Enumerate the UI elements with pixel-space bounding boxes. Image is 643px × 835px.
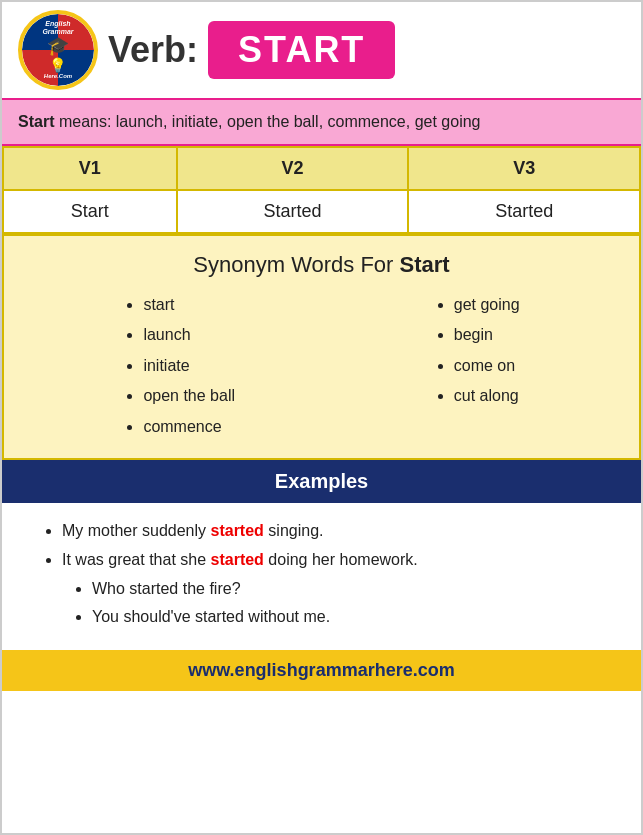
synonym-title-text: Synonym Words For	[193, 252, 399, 277]
synonym-item: launch	[143, 320, 235, 350]
synonym-section: Synonym Words For Start start launch ini…	[2, 234, 641, 460]
example-item-3: Who started the fire?	[92, 575, 621, 604]
verb-word-box: START	[208, 21, 395, 79]
form-v3: Started	[408, 190, 640, 233]
example-2-after: doing her homework.	[264, 551, 418, 568]
example-1-after: singing.	[264, 522, 324, 539]
example-2-before: It was great that she	[62, 551, 211, 568]
synonym-columns: start launch initiate open the ball comm…	[24, 290, 619, 442]
header-v3: V3	[408, 147, 640, 190]
synonym-item: commence	[143, 412, 235, 442]
logo-circle: EnglishGrammar 🎓 💡 Here.Com	[18, 10, 98, 90]
form-v1: Start	[3, 190, 177, 233]
example-4-before: You should've	[92, 608, 195, 625]
sub-examples-list: Who started the fire? You should've star…	[32, 575, 621, 633]
synonym-item: initiate	[143, 351, 235, 381]
example-item-2: It was great that she started doing her …	[62, 546, 621, 575]
example-item-4: You should've started without me.	[92, 603, 621, 632]
examples-section: My mother suddenly started singing. It w…	[2, 503, 641, 646]
example-4-highlight: started	[195, 608, 244, 625]
logo-inner: EnglishGrammar 🎓 💡 Here.Com	[22, 14, 94, 86]
logo-text: EnglishGrammar 🎓 💡 Here.Com	[42, 20, 73, 80]
synonym-item: open the ball	[143, 381, 235, 411]
footer: www.englishgrammarhere.com	[2, 650, 641, 691]
examples-list: My mother suddenly started singing. It w…	[32, 517, 621, 575]
synonym-item: start	[143, 290, 235, 320]
example-4-after: without me.	[244, 608, 330, 625]
meaning-bar: Start means: launch, initiate, open the …	[2, 98, 641, 146]
example-3-before: Who	[92, 580, 129, 597]
header-section: EnglishGrammar 🎓 💡 Here.Com Verb: START	[2, 2, 641, 98]
synonym-item: cut along	[454, 381, 520, 411]
meaning-word: Start	[18, 113, 54, 130]
example-3-highlight: started	[129, 580, 178, 597]
synonym-title-bold: Start	[400, 252, 450, 277]
example-2-highlight: started	[211, 551, 264, 568]
header-v2: V2	[177, 147, 409, 190]
header-v1: V1	[3, 147, 177, 190]
synonym-left-col: start launch initiate open the ball comm…	[123, 290, 235, 442]
synonym-item: come on	[454, 351, 520, 381]
examples-header: Examples	[2, 460, 641, 503]
example-1-highlight: started	[211, 522, 264, 539]
synonym-item: begin	[454, 320, 520, 350]
synonym-item: get going	[454, 290, 520, 320]
meaning-description: means: launch, initiate, open the ball, …	[54, 113, 480, 130]
verb-label: Verb:	[108, 29, 198, 71]
form-v2: Started	[177, 190, 409, 233]
example-1-before: My mother suddenly	[62, 522, 211, 539]
synonym-right-col: get going begin come on cut along	[434, 290, 520, 442]
verb-forms-table: V1 V2 V3 Start Started Started	[2, 146, 641, 234]
footer-url: www.englishgrammarhere.com	[188, 660, 454, 680]
synonym-title: Synonym Words For Start	[24, 252, 619, 278]
example-3-after: the fire?	[178, 580, 240, 597]
example-item-1: My mother suddenly started singing.	[62, 517, 621, 546]
